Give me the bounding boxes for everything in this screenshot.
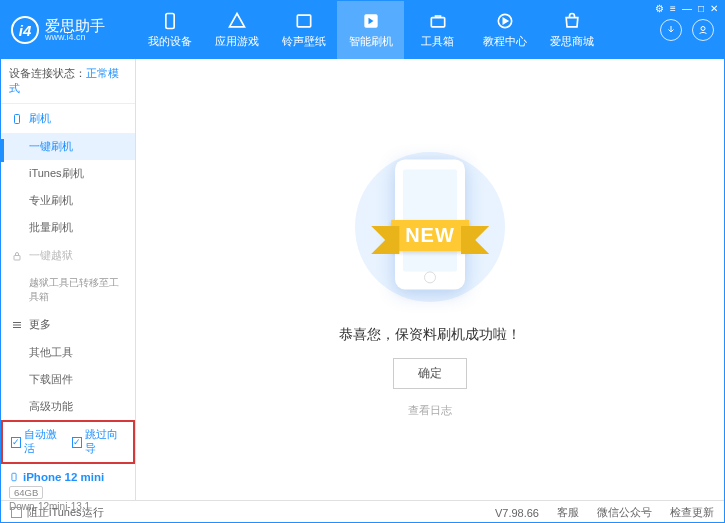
checkbox-block-itunes[interactable] (11, 507, 22, 518)
sidebar-options-box: ✓ 自动激活 ✓ 跳过向导 (1, 420, 135, 464)
tab-label: 智能刷机 (349, 34, 393, 49)
device-capacity: 64GB (9, 486, 43, 499)
device-icon (9, 470, 19, 484)
tab-tutorials[interactable]: 教程中心 (471, 1, 538, 59)
success-illustration: NEW (355, 142, 505, 312)
wechat-link[interactable]: 微信公众号 (597, 505, 652, 520)
sidebar-section-more[interactable]: 更多 (1, 310, 135, 339)
jailbreak-note: 越狱工具已转移至工具箱 (1, 270, 135, 310)
svg-rect-7 (14, 255, 20, 260)
sidebar-item-other-tools[interactable]: 其他工具 (1, 339, 135, 366)
sidebar-section-flash[interactable]: 刷机 (1, 104, 135, 133)
svg-rect-1 (297, 15, 310, 27)
titlebar: i4 爱思助手 www.i4.cn 我的设备 应用游戏 铃声壁纸 智能刷机 (1, 1, 724, 59)
svg-point-5 (701, 27, 705, 31)
tutorial-icon (495, 11, 515, 31)
tab-flash[interactable]: 智能刷机 (337, 1, 404, 59)
sidebar-item-itunes[interactable]: iTunes刷机 (1, 160, 135, 187)
more-icon (11, 319, 23, 331)
app-name: 爱思助手 (45, 18, 105, 33)
tab-label: 应用游戏 (215, 34, 259, 49)
tab-my-device[interactable]: 我的设备 (136, 1, 203, 59)
store-icon (562, 11, 582, 31)
checkbox-label: 跳过向导 (85, 428, 125, 456)
wallpaper-icon (294, 11, 314, 31)
version-label: V7.98.66 (495, 507, 539, 519)
svg-rect-8 (12, 473, 16, 481)
tab-apps[interactable]: 应用游戏 (203, 1, 270, 59)
user-icon (697, 24, 709, 36)
device-name: iPhone 12 mini (23, 471, 104, 483)
tab-label: 我的设备 (148, 34, 192, 49)
confirm-button[interactable]: 确定 (393, 358, 467, 389)
menu-icon[interactable]: ≡ (670, 3, 676, 14)
section-label: 刷机 (29, 111, 51, 126)
svg-rect-0 (165, 14, 173, 29)
success-message: 恭喜您，保资料刷机成功啦！ (339, 326, 521, 344)
sidebar-item-download-fw[interactable]: 下载固件 (1, 366, 135, 393)
tab-label: 铃声壁纸 (282, 34, 326, 49)
device-status: 设备连接状态：正常模式 (1, 59, 135, 104)
block-itunes-label: 阻止iTunes运行 (27, 505, 104, 520)
tab-label: 工具箱 (421, 34, 454, 49)
tab-toolbox[interactable]: 工具箱 (404, 1, 471, 59)
download-icon (665, 24, 677, 36)
new-ribbon: NEW (391, 220, 469, 251)
tab-store[interactable]: 爱思商城 (538, 1, 605, 59)
sidebar-item-pro[interactable]: 专业刷机 (1, 187, 135, 214)
logo-area: i4 爱思助手 www.i4.cn (1, 1, 136, 59)
tab-ringtones[interactable]: 铃声壁纸 (270, 1, 337, 59)
sidebar-item-advanced[interactable]: 高级功能 (1, 393, 135, 420)
lock-icon (11, 250, 23, 262)
settings-icon[interactable]: ⚙ (655, 3, 664, 14)
checkbox-icon: ✓ (72, 437, 82, 448)
sidebar-item-batch[interactable]: 批量刷机 (1, 214, 135, 241)
close-icon[interactable]: ✕ (710, 3, 718, 14)
app-url: www.i4.cn (45, 33, 105, 42)
toolbox-icon (428, 11, 448, 31)
phone-icon (11, 113, 23, 125)
check-update-link[interactable]: 检查更新 (670, 505, 714, 520)
checkbox-label: 自动激活 (24, 428, 64, 456)
download-button[interactable] (660, 19, 682, 41)
view-log-link[interactable]: 查看日志 (408, 403, 452, 418)
maximize-icon[interactable]: □ (698, 3, 704, 14)
checkbox-auto-activate[interactable]: ✓ 自动激活 (11, 428, 64, 456)
flash-icon (361, 11, 381, 31)
section-label: 更多 (29, 317, 51, 332)
status-label: 设备连接状态： (9, 67, 86, 79)
sidebar-section-jailbreak: 一键越狱 (1, 241, 135, 270)
section-label: 一键越狱 (29, 248, 73, 263)
logo-icon: i4 (11, 16, 39, 44)
minimize-icon[interactable]: — (682, 3, 692, 14)
phone-icon (160, 11, 180, 31)
svg-rect-6 (15, 114, 20, 123)
tab-label: 爱思商城 (550, 34, 594, 49)
sidebar: 设备连接状态：正常模式 刷机 一键刷机 iTunes刷机 专业刷机 批量刷机 一… (1, 59, 136, 500)
main-content: NEW 恭喜您，保资料刷机成功啦！ 确定 查看日志 (136, 59, 724, 500)
user-button[interactable] (692, 19, 714, 41)
support-link[interactable]: 客服 (557, 505, 579, 520)
checkbox-icon: ✓ (11, 437, 21, 448)
sidebar-item-oneclick[interactable]: 一键刷机 (1, 133, 135, 160)
checkbox-skip-guide[interactable]: ✓ 跳过向导 (72, 428, 125, 456)
svg-rect-3 (431, 18, 444, 27)
apps-icon (227, 11, 247, 31)
tab-label: 教程中心 (483, 34, 527, 49)
